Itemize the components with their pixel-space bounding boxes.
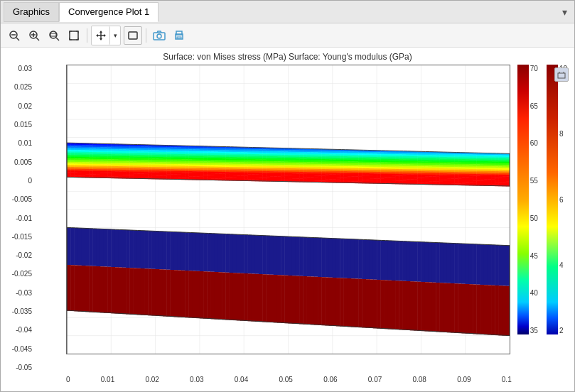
colorbar1-labels: 70 65 60 55 50 45 40 35 bbox=[530, 65, 538, 334]
x-label: 0.06 bbox=[323, 376, 337, 383]
y-label: 0.025 bbox=[14, 83, 32, 91]
y-label: -0.05 bbox=[16, 364, 32, 371]
colorbar2-label: 6 bbox=[559, 196, 567, 204]
pan-rotate-group: ▾ bbox=[91, 26, 121, 45]
svg-line-1 bbox=[16, 38, 19, 40]
zoom-extents-button[interactable] bbox=[45, 26, 63, 45]
colorbar2-labels: 10 8 6 4 2 bbox=[559, 65, 567, 334]
zoom-in-button[interactable] bbox=[25, 26, 43, 45]
x-label: 0.01 bbox=[101, 376, 114, 383]
y-label: -0.02 bbox=[16, 251, 32, 259]
y-label: 0 bbox=[28, 177, 32, 185]
corner-button[interactable] bbox=[554, 67, 569, 82]
fit-button[interactable] bbox=[65, 26, 83, 45]
colorbar2-label: 2 bbox=[559, 327, 567, 334]
y-label: -0.005 bbox=[12, 195, 32, 203]
x-label: 0.04 bbox=[235, 376, 248, 383]
titlebar: Graphics Convergence Plot 1 ▾ bbox=[1, 1, 574, 23]
colorbar2 bbox=[547, 65, 558, 334]
colorbar2-label: 4 bbox=[559, 261, 567, 269]
main-window: Graphics Convergence Plot 1 ▾ bbox=[0, 0, 575, 392]
dropdown-arrow-icon[interactable]: ▾ bbox=[562, 6, 567, 18]
y-label: -0.03 bbox=[16, 289, 32, 297]
y-axis-labels: 0.03 0.025 0.02 0.015 0.01 0.005 0 -0.00… bbox=[4, 65, 35, 371]
colorbar1-label: 50 bbox=[530, 214, 538, 222]
y-label: -0.025 bbox=[12, 270, 32, 278]
colorbar-container: 70 65 60 55 50 45 40 35 bbox=[513, 65, 571, 388]
toolbar-sep-2 bbox=[146, 28, 146, 43]
svg-rect-31 bbox=[558, 73, 565, 78]
y-label: 0.03 bbox=[18, 65, 32, 72]
x-axis-labels: 0 0.01 0.02 0.03 0.04 0.05 0.06 0.07 0.0… bbox=[66, 374, 512, 388]
svg-marker-21 bbox=[100, 31, 102, 33]
zoom-out-button[interactable] bbox=[5, 26, 23, 45]
svg-rect-9 bbox=[50, 33, 56, 36]
plot-area: Surface: von Mises stress (MPa) Surface:… bbox=[1, 48, 574, 391]
svg-marker-24 bbox=[104, 34, 106, 37]
colorbar1-group: 70 65 60 55 50 45 40 35 bbox=[517, 65, 538, 334]
titlebar-controls: ▾ bbox=[562, 6, 571, 18]
x-label: 0.05 bbox=[279, 376, 292, 383]
x-label: 0 bbox=[66, 376, 70, 383]
svg-point-27 bbox=[157, 34, 161, 38]
svg-line-4 bbox=[36, 38, 39, 40]
y-label: -0.045 bbox=[12, 345, 32, 353]
pan-button[interactable] bbox=[92, 26, 110, 45]
plot-content: 0.03 0.025 0.02 0.015 0.01 0.005 0 -0.00… bbox=[4, 65, 571, 388]
y-label: 0.02 bbox=[18, 102, 32, 110]
colorbar2-group: 10 8 6 4 2 bbox=[547, 65, 567, 334]
svg-rect-29 bbox=[176, 31, 182, 35]
toolbar-sep-1 bbox=[87, 28, 87, 43]
colorbar1 bbox=[517, 65, 529, 334]
colorbar1-label: 60 bbox=[530, 139, 538, 147]
colorbar1-label: 70 bbox=[530, 65, 538, 72]
svg-line-8 bbox=[56, 38, 59, 40]
svg-rect-30 bbox=[177, 37, 181, 38]
colorbar1-label: 55 bbox=[530, 177, 538, 185]
tab-bar: Graphics Convergence Plot 1 bbox=[4, 2, 158, 22]
colorbar2-label: 8 bbox=[559, 130, 567, 138]
camera-button[interactable] bbox=[150, 26, 168, 45]
y-label: -0.035 bbox=[12, 307, 32, 315]
y-label: -0.04 bbox=[16, 326, 32, 334]
axes-area: 0.03 0.025 0.02 0.015 0.01 0.005 0 -0.00… bbox=[4, 65, 513, 388]
svg-marker-23 bbox=[96, 34, 98, 37]
plot-canvas-area[interactable] bbox=[66, 65, 510, 354]
print-button[interactable] bbox=[170, 26, 188, 45]
pan-dropdown[interactable]: ▾ bbox=[110, 26, 120, 45]
x-label: 0.09 bbox=[457, 376, 471, 383]
toolbar: ▾ bbox=[1, 23, 574, 48]
svg-rect-10 bbox=[70, 31, 78, 40]
colorbar1-label: 65 bbox=[530, 102, 538, 110]
svg-rect-25 bbox=[129, 32, 137, 39]
y-label: 0.015 bbox=[14, 121, 32, 129]
y-label: -0.01 bbox=[16, 214, 32, 222]
rotate-button[interactable] bbox=[124, 26, 142, 45]
plot-title: Surface: von Mises stress (MPa) Surface:… bbox=[4, 52, 571, 62]
x-label: 0.03 bbox=[190, 376, 203, 383]
y-label: -0.015 bbox=[12, 233, 32, 241]
colorbar1-label: 35 bbox=[530, 327, 538, 334]
x-label: 0.02 bbox=[145, 376, 158, 383]
colorbar1-label: 40 bbox=[530, 289, 538, 297]
plot-canvas bbox=[67, 65, 510, 354]
y-label: 0.005 bbox=[14, 158, 32, 166]
x-label: 0.1 bbox=[502, 376, 512, 383]
x-label: 0.07 bbox=[368, 376, 382, 383]
colorbar1-label: 45 bbox=[530, 252, 538, 260]
tab-convergence[interactable]: Convergence Plot 1 bbox=[59, 2, 158, 22]
svg-marker-22 bbox=[100, 38, 102, 40]
tab-graphics[interactable]: Graphics bbox=[4, 2, 59, 22]
x-label: 0.08 bbox=[412, 376, 426, 383]
y-label: 0.01 bbox=[18, 139, 32, 147]
